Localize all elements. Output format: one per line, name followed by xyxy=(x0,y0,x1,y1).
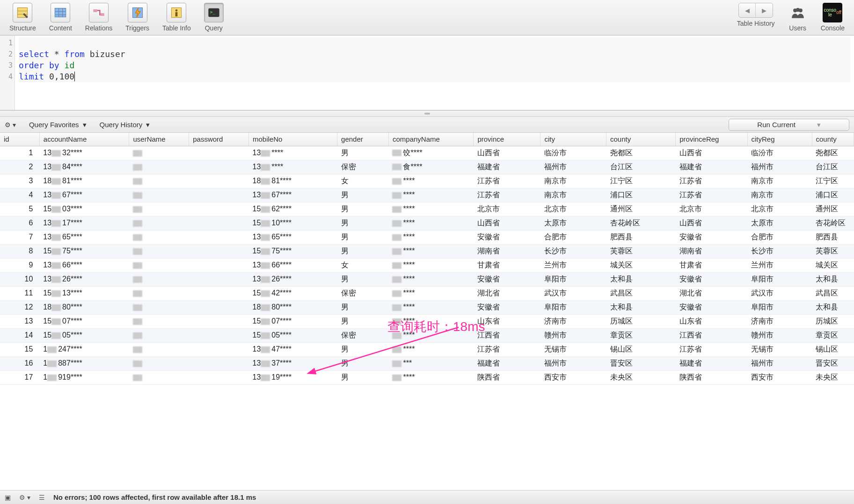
column-header-userName[interactable]: userName xyxy=(129,133,189,146)
cell-countyReg[interactable]: 芙蓉区 xyxy=(812,244,854,258)
cell-countyReg[interactable]: 太和县 xyxy=(812,272,854,286)
cell-gender[interactable]: 男 xyxy=(337,244,389,258)
cell-pwd[interactable] xyxy=(189,370,249,384)
cell-countyReg[interactable]: 肥西县 xyxy=(812,230,854,244)
cell-mobile[interactable]: 1326**** xyxy=(248,272,337,286)
cell-user[interactable] xyxy=(129,328,189,342)
column-header-province[interactable]: province xyxy=(474,133,540,146)
cell-cityReg[interactable]: 福州市 xyxy=(747,160,812,174)
cell-acct[interactable]: 1326**** xyxy=(39,272,129,286)
cell-user[interactable] xyxy=(129,244,189,258)
cell-cityReg[interactable]: 南京市 xyxy=(747,174,812,188)
cell-county[interactable]: 通州区 xyxy=(606,202,676,216)
cell-mobile[interactable]: 1505**** xyxy=(248,328,337,342)
cell-mobile[interactable]: 1367**** xyxy=(248,188,337,202)
cell-gender[interactable]: 男 xyxy=(337,188,389,202)
cell-province[interactable]: 陕西省 xyxy=(474,370,540,384)
cell-county[interactable]: 晋安区 xyxy=(606,356,676,370)
cell-countyReg[interactable]: 太和县 xyxy=(812,300,854,314)
cell-company[interactable]: *** xyxy=(388,356,473,370)
cell-id[interactable]: 4 xyxy=(0,188,39,202)
cell-company[interactable]: **** xyxy=(388,314,473,328)
column-header-mobileNo[interactable]: mobileNo xyxy=(248,133,337,146)
column-header-gender[interactable]: gender xyxy=(337,133,389,146)
cell-province[interactable]: 福建省 xyxy=(474,356,540,370)
cell-county[interactable]: 杏花岭区 xyxy=(606,216,676,230)
cell-company[interactable]: **** xyxy=(388,272,473,286)
table-row[interactable]: 101326****1326****男****安徽省阜阳市太和县安徽省阜阳市太和… xyxy=(0,272,854,286)
cell-county[interactable]: 城关区 xyxy=(606,258,676,272)
cell-pwd[interactable] xyxy=(189,356,249,370)
cell-province[interactable]: 山西省 xyxy=(474,146,540,160)
cell-province[interactable]: 湖南省 xyxy=(474,244,540,258)
cell-acct[interactable]: 1332**** xyxy=(39,146,129,160)
cell-cityReg[interactable]: 长沙市 xyxy=(747,244,812,258)
cell-provinceReg[interactable]: 湖北省 xyxy=(676,286,747,300)
cell-user[interactable] xyxy=(129,230,189,244)
cell-provinceReg[interactable]: 江苏省 xyxy=(676,188,747,202)
console-button[interactable]: console offConsole xyxy=(814,2,851,35)
cell-countyReg[interactable]: 城关区 xyxy=(812,258,854,272)
cell-user[interactable] xyxy=(129,216,189,230)
cell-cityReg[interactable]: 福州市 xyxy=(747,356,812,370)
cell-pwd[interactable] xyxy=(189,160,249,174)
cell-cityReg[interactable]: 赣州市 xyxy=(747,328,812,342)
cell-user[interactable] xyxy=(129,202,189,216)
cell-province[interactable]: 安徽省 xyxy=(474,230,540,244)
content-tab[interactable]: Content xyxy=(43,2,79,35)
cell-countyReg[interactable]: 江宁区 xyxy=(812,174,854,188)
cell-acct[interactable]: 1503**** xyxy=(39,202,129,216)
cell-city[interactable]: 临汾市 xyxy=(540,146,606,160)
cell-provinceReg[interactable]: 江苏省 xyxy=(676,174,747,188)
cell-provinceReg[interactable]: 陕西省 xyxy=(676,370,747,384)
cell-user[interactable] xyxy=(129,314,189,328)
cell-gender[interactable]: 保密 xyxy=(337,328,389,342)
cell-cityReg[interactable]: 北京市 xyxy=(747,202,812,216)
cell-county[interactable]: 历城区 xyxy=(606,314,676,328)
expand-panel-icon[interactable]: ▣ xyxy=(5,494,11,501)
cell-pwd[interactable] xyxy=(189,272,249,286)
column-header-accountName[interactable]: accountName xyxy=(39,133,129,146)
results-table-wrap[interactable]: idaccountNameuserNamepasswordmobileNogen… xyxy=(0,133,854,490)
table-row[interactable]: 71365****1365****男****安徽省合肥市肥西县安徽省合肥市肥西县 xyxy=(0,230,854,244)
structure-tab[interactable]: Structure xyxy=(3,2,43,35)
cell-countyReg[interactable]: 台江区 xyxy=(812,160,854,174)
cell-id[interactable]: 3 xyxy=(0,174,39,188)
cell-user[interactable] xyxy=(129,356,189,370)
run-current-button[interactable]: Run Current ▾ xyxy=(729,119,849,131)
cell-provinceReg[interactable]: 山西省 xyxy=(676,146,747,160)
cell-gender[interactable]: 女 xyxy=(337,174,389,188)
cell-mobile[interactable]: 1366**** xyxy=(248,258,337,272)
cell-countyReg[interactable]: 晋安区 xyxy=(812,356,854,370)
table-row[interactable]: 31881****1881****女****江苏省南京市江宁区江苏省南京市江宁区 xyxy=(0,174,854,188)
cell-cityReg[interactable]: 合肥市 xyxy=(747,230,812,244)
cell-city[interactable]: 赣州市 xyxy=(540,328,606,342)
cell-provinceReg[interactable]: 山西省 xyxy=(676,216,747,230)
cell-company[interactable]: **** xyxy=(388,286,473,300)
cell-acct[interactable]: 1317**** xyxy=(39,216,129,230)
cell-province[interactable]: 江苏省 xyxy=(474,188,540,202)
relations-tab[interactable]: Relations xyxy=(79,2,119,35)
cell-cityReg[interactable]: 阜阳市 xyxy=(747,300,812,314)
cell-county[interactable]: 尧都区 xyxy=(606,146,676,160)
cell-company[interactable]: **** xyxy=(388,216,473,230)
cell-provinceReg[interactable]: 北京市 xyxy=(676,202,747,216)
cell-cityReg[interactable]: 太原市 xyxy=(747,216,812,230)
table-row[interactable]: 81575****1575****男****湖南省长沙市芙蓉区湖南省长沙市芙蓉区 xyxy=(0,244,854,258)
cell-mobile[interactable]: 1510**** xyxy=(248,216,337,230)
cell-mobile[interactable]: 1347**** xyxy=(248,342,337,356)
cell-acct[interactable]: 1887**** xyxy=(39,356,129,370)
cell-company[interactable]: **** xyxy=(388,300,473,314)
cell-countyReg[interactable]: 通州区 xyxy=(812,202,854,216)
cell-id[interactable]: 15 xyxy=(0,342,39,356)
cell-mobile[interactable]: 1562**** xyxy=(248,202,337,216)
cell-countyReg[interactable]: 章贡区 xyxy=(812,328,854,342)
cell-cityReg[interactable]: 武汉市 xyxy=(747,286,812,300)
cell-company[interactable]: **** xyxy=(388,174,473,188)
cell-id[interactable]: 9 xyxy=(0,258,39,272)
column-header-city[interactable]: city xyxy=(540,133,606,146)
cell-province[interactable]: 江苏省 xyxy=(474,174,540,188)
cell-id[interactable]: 14 xyxy=(0,328,39,342)
table-row[interactable]: 11332****13****男饺****山西省临汾市尧都区山西省临汾市尧都区 xyxy=(0,146,854,160)
cell-cityReg[interactable]: 无锡市 xyxy=(747,342,812,356)
